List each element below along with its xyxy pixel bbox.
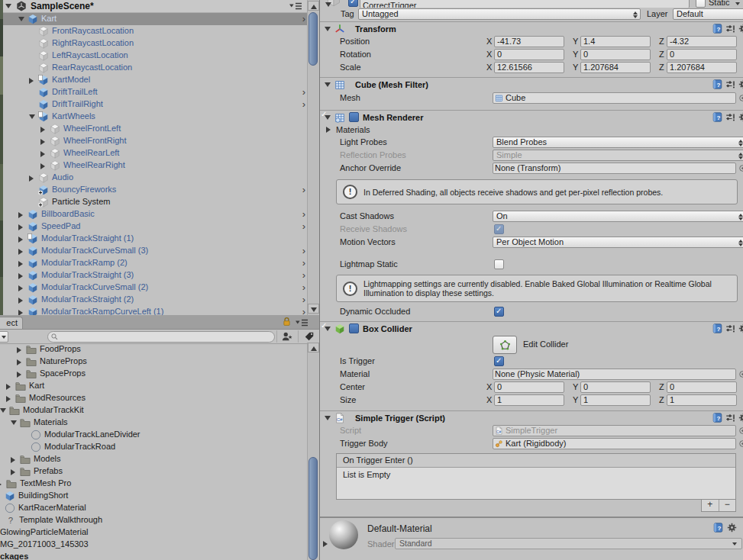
foldout-arrow[interactable] bbox=[40, 163, 45, 169]
size-x-field[interactable]: 1 bbox=[494, 394, 564, 406]
foldout-arrow[interactable] bbox=[18, 249, 23, 255]
foldout-arrow[interactable] bbox=[18, 237, 23, 243]
object-picker-icon[interactable] bbox=[738, 94, 743, 102]
object-picker-icon[interactable] bbox=[738, 426, 743, 435]
foldout-arrow[interactable] bbox=[29, 175, 34, 182]
project-item[interactable]: ModularTrackRoad bbox=[0, 441, 308, 453]
rotation-x-field[interactable]: 0 bbox=[494, 49, 564, 60]
project-item[interactable]: Prefabs bbox=[0, 465, 308, 478]
foldout-arrow[interactable] bbox=[17, 372, 21, 378]
rotation-y-field[interactable]: 0 bbox=[580, 49, 651, 60]
foldout-arrow[interactable] bbox=[17, 359, 21, 365]
scale-y-field[interactable]: 1.207684 bbox=[580, 62, 651, 73]
help-icon[interactable] bbox=[713, 523, 723, 533]
center-z-field[interactable]: 0 bbox=[667, 381, 737, 393]
tag-dropdown[interactable]: Untagged bbox=[358, 8, 641, 20]
event-list-header[interactable]: On Trigger Enter () bbox=[337, 454, 735, 468]
foldout-arrow[interactable] bbox=[18, 285, 23, 291]
preset-icon[interactable] bbox=[725, 323, 735, 333]
hierarchy-item[interactable]: FrontRaycastLocation bbox=[0, 25, 319, 37]
foldout-arrow[interactable] bbox=[11, 420, 17, 425]
hierarchy-item[interactable]: Particle System bbox=[0, 196, 319, 208]
add-event-button[interactable]: + bbox=[702, 500, 719, 511]
position-x-field[interactable]: -41.73 bbox=[494, 36, 564, 47]
hierarchy-item[interactable]: Audio bbox=[0, 172, 319, 184]
scale-x-field[interactable]: 12.61566 bbox=[494, 62, 564, 73]
mesh-renderer-header[interactable]: Mesh Renderer bbox=[320, 111, 743, 124]
project-item[interactable]: Template Walkthrough bbox=[0, 514, 308, 526]
hierarchy-item[interactable]: DriftTrailRight› bbox=[0, 98, 319, 111]
prefab-chevron[interactable]: › bbox=[302, 208, 305, 220]
lightmap-static-checkbox[interactable] bbox=[494, 259, 504, 269]
foldout-arrow[interactable] bbox=[0, 408, 6, 413]
hierarchy-item[interactable]: WheelFrontRight bbox=[0, 135, 319, 147]
foldout-arrow[interactable] bbox=[325, 82, 331, 87]
hierarchy-item[interactable]: LeftRaycastLocation bbox=[0, 50, 319, 62]
scene-foldout-arrow[interactable] bbox=[5, 4, 11, 8]
hierarchy-item[interactable]: SpeedPad› bbox=[0, 220, 319, 233]
foldout-arrow[interactable] bbox=[29, 78, 34, 84]
hierarchy-item[interactable]: ModularTrackRamp (2)› bbox=[0, 257, 319, 269]
prefab-chevron[interactable]: › bbox=[302, 98, 305, 110]
box-collider-header[interactable]: Box Collider bbox=[320, 322, 743, 335]
project-menu-icon[interactable] bbox=[295, 318, 309, 327]
gear-icon[interactable] bbox=[738, 79, 743, 89]
project-item[interactable]: ModularTrackLaneDivider bbox=[0, 429, 308, 441]
cast-shadows-dropdown[interactable]: On bbox=[493, 211, 743, 222]
help-icon[interactable] bbox=[712, 79, 722, 89]
foldout-arrow[interactable] bbox=[40, 127, 45, 133]
project-item[interactable]: NatureProps bbox=[0, 356, 308, 368]
foldout-arrow[interactable] bbox=[18, 298, 23, 304]
project-item[interactable]: Materials bbox=[0, 417, 308, 429]
physic-material-field[interactable]: None (Physic Material) bbox=[493, 369, 736, 380]
gear-icon[interactable] bbox=[738, 323, 743, 333]
search-by-label-button[interactable] bbox=[298, 330, 319, 343]
hierarchy-scrollbar[interactable] bbox=[307, 0, 319, 315]
hierarchy-item[interactable]: RightRaycastLocation bbox=[0, 37, 319, 50]
project-item[interactable]: FoodProps bbox=[0, 343, 308, 356]
project-item[interactable]: Kart bbox=[0, 380, 308, 392]
foldout-arrow[interactable] bbox=[325, 27, 331, 31]
project-item[interactable]: SpaceProps bbox=[0, 368, 308, 380]
hierarchy-item[interactable]: ModularTrackCurveSmall (3)› bbox=[0, 245, 319, 257]
project-item[interactable]: BuildingShort bbox=[0, 490, 308, 502]
project-item[interactable]: ckages bbox=[0, 551, 308, 560]
mesh-filter-header[interactable]: Cube (Mesh Filter) bbox=[320, 78, 743, 92]
hierarchy-item[interactable]: ModularTrackStraight (1) bbox=[0, 233, 319, 245]
hierarchy-item[interactable]: ModularTrackRampCurveLeft (1)› bbox=[0, 306, 319, 315]
gear-icon[interactable] bbox=[738, 112, 743, 122]
gear-icon[interactable] bbox=[727, 523, 737, 533]
layer-dropdown[interactable]: Default bbox=[673, 8, 743, 20]
hierarchy-scroll-thumb[interactable] bbox=[309, 12, 318, 66]
preset-icon[interactable] bbox=[725, 112, 735, 122]
prefab-chevron[interactable]: › bbox=[302, 184, 305, 195]
preset-icon[interactable] bbox=[725, 413, 735, 423]
prefab-chevron[interactable]: › bbox=[302, 257, 305, 269]
gear-icon[interactable] bbox=[738, 413, 743, 423]
center-x-field[interactable]: 0 bbox=[494, 381, 564, 393]
foldout-arrow[interactable] bbox=[18, 212, 23, 218]
mesh-object-field[interactable]: Cube bbox=[493, 92, 736, 104]
help-icon[interactable] bbox=[712, 413, 722, 423]
project-item[interactable]: KartRacerMaterial bbox=[0, 502, 308, 514]
foldout-arrow[interactable] bbox=[325, 416, 331, 420]
hierarchy-item[interactable]: Kart› bbox=[0, 13, 319, 25]
preset-icon[interactable] bbox=[725, 24, 735, 34]
component-enabled-checkbox[interactable] bbox=[349, 112, 359, 122]
create-dropdown-partial[interactable] bbox=[0, 331, 8, 343]
foldout-arrow[interactable] bbox=[18, 261, 23, 267]
object-picker-icon[interactable] bbox=[738, 439, 743, 448]
size-z-field[interactable]: 1 bbox=[667, 394, 737, 406]
foldout-arrow[interactable] bbox=[6, 384, 11, 390]
trigger-body-field[interactable]: Kart (Rigidbody) bbox=[493, 438, 736, 449]
prefab-chevron[interactable]: › bbox=[302, 306, 305, 315]
static-checkbox[interactable] bbox=[696, 0, 706, 8]
project-item[interactable]: ModularTrackKit bbox=[0, 404, 308, 417]
scroll-up-button[interactable] bbox=[308, 1, 319, 11]
prefab-chevron[interactable]: › bbox=[302, 220, 305, 232]
hierarchy-item[interactable]: ModularTrackStraight (3)› bbox=[0, 269, 319, 282]
remove-event-button[interactable]: − bbox=[719, 500, 736, 511]
center-y-field[interactable]: 0 bbox=[580, 381, 651, 393]
preset-icon[interactable] bbox=[725, 79, 735, 89]
object-picker-icon[interactable] bbox=[738, 370, 743, 378]
